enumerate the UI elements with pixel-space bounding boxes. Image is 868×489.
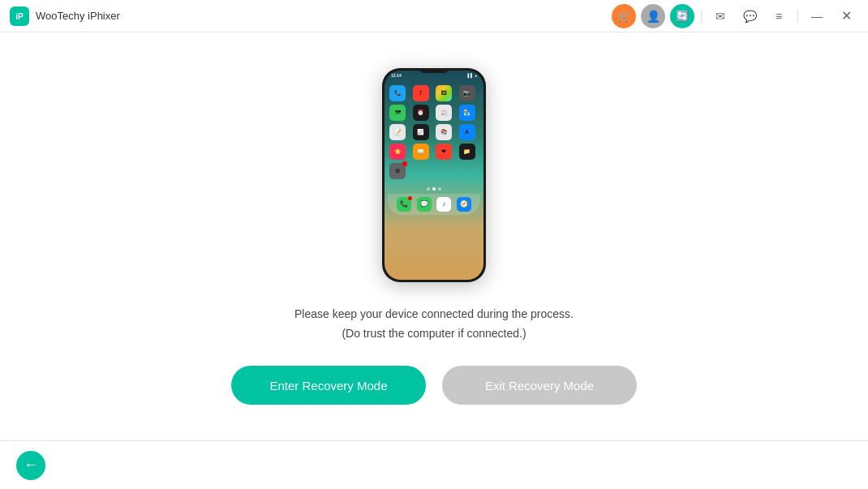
mail-icon[interactable]: ✉ <box>708 4 733 28</box>
app-icon: ⏰ <box>413 105 429 121</box>
main-content: 12:14 ▌▌ ● 📞 7 🖼 📷 🗺 ⏰ 📰 🏪 📝 📈 📚 A <box>0 32 868 440</box>
app-icon: 🗺 <box>389 105 406 121</box>
close-button[interactable]: ✕ <box>834 4 858 28</box>
phone-signal: ▌▌ ● <box>468 73 478 78</box>
app-icon: 📈 <box>413 124 429 140</box>
dock-messages: 💬 <box>417 197 432 212</box>
app-badge <box>402 161 407 166</box>
titlebar-action-icons: 🛒 👤 🔄 ✉ 💬 ≡ — ✕ <box>612 4 858 28</box>
app-icon: 🏪 <box>459 105 475 121</box>
app-icon: ❤ <box>436 144 452 160</box>
separator <box>701 10 702 23</box>
app-icon: 📚 <box>436 124 452 140</box>
user-icon[interactable]: 👤 <box>641 4 665 28</box>
separator2 <box>797 10 798 23</box>
menu-icon[interactable]: ≡ <box>767 4 791 28</box>
app-icon: 📞 <box>389 85 406 101</box>
svg-text:iP: iP <box>15 12 24 21</box>
app-icon: 📷 <box>459 85 475 101</box>
app-logo: iP <box>10 6 29 26</box>
app-grid: 📞 7 🖼 📷 🗺 ⏰ 📰 🏪 📝 📈 📚 A ⭐ 📖 ❤ 📁 <box>385 82 483 182</box>
back-button[interactable]: ← <box>16 451 45 480</box>
app-icon: ⭐ <box>389 144 406 160</box>
dock-music: ♪ <box>436 197 451 212</box>
update-icon[interactable]: 🔄 <box>670 4 694 28</box>
phone-screen: 12:14 ▌▌ ● 📞 7 🖼 📷 🗺 ⏰ 📰 🏪 📝 📈 📚 A <box>385 71 483 280</box>
phone-dock: 📞 💬 ♪ 🧭 <box>388 194 480 215</box>
chat-icon[interactable]: 💬 <box>737 4 762 28</box>
enter-recovery-button[interactable]: Enter Recovery Mode <box>231 366 426 405</box>
page-indicator <box>385 187 483 191</box>
dock-phone: 📞 <box>397 197 411 212</box>
bottom-bar: ← <box>0 440 868 489</box>
phone-body: 12:14 ▌▌ ● 📞 7 🖼 📷 🗺 ⏰ 📰 🏪 📝 📈 📚 A <box>382 68 486 282</box>
phone-illustration: 12:14 ▌▌ ● 📞 7 🖼 📷 🗺 ⏰ 📰 🏪 📝 📈 📚 A <box>382 68 486 282</box>
minimize-button[interactable]: — <box>805 4 829 28</box>
app-icon: 📖 <box>413 144 429 160</box>
back-icon: ← <box>24 457 38 474</box>
cart-icon[interactable]: 🛒 <box>612 4 636 28</box>
phone-notch <box>419 68 449 73</box>
exit-recovery-button[interactable]: Exit Recovery Mode <box>442 366 637 405</box>
app-icon: 🖼 <box>436 85 452 101</box>
action-buttons: Enter Recovery Mode Exit Recovery Mode <box>231 366 637 405</box>
phone-time: 12:14 <box>391 73 402 78</box>
dock-safari: 🧭 <box>457 197 471 212</box>
instruction-text: Please keep your device connected during… <box>294 305 574 344</box>
app-icon: 📝 <box>389 124 406 140</box>
instruction-line2: (Do trust the computer if connected.) <box>294 324 574 344</box>
app-icon: ⚙ <box>389 163 406 179</box>
app-icon: 📰 <box>436 105 452 121</box>
app-icon: 7 <box>413 85 429 101</box>
instruction-line1: Please keep your device connected during… <box>294 305 574 324</box>
title-bar: iP WooTechy iPhixer 🛒 👤 🔄 ✉ 💬 ≡ — ✕ <box>0 0 868 32</box>
app-icon: 📁 <box>459 144 475 160</box>
app-title: WooTechy iPhixer <box>36 10 612 22</box>
app-icon: A <box>459 124 475 140</box>
